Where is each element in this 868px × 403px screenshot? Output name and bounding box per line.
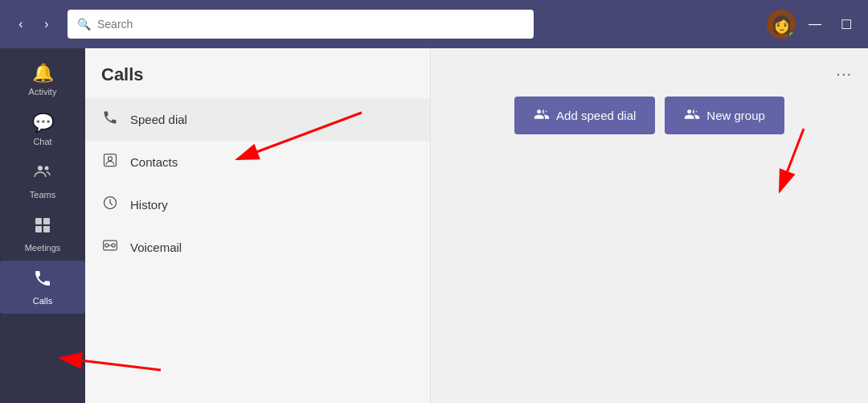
sidebar-item-teams[interactable]: Teams — [0, 154, 85, 208]
voicemail-icon — [101, 237, 119, 257]
svg-point-7 — [108, 157, 113, 161]
menu-item-speed-dial[interactable]: Speed dial — [85, 98, 430, 141]
meetings-icon — [33, 216, 52, 240]
speed-dial-label: Speed dial — [130, 113, 187, 126]
svg-rect-5 — [43, 226, 50, 232]
svg-point-11 — [112, 244, 115, 247]
sidebar-label-meetings: Meetings — [25, 243, 61, 253]
sidebar-item-meetings[interactable]: Meetings — [0, 208, 85, 261]
sidebar-item-chat[interactable]: 💬 Chat — [0, 105, 85, 154]
nav-buttons: ‹ › — [10, 13, 58, 35]
sidebar-label-calls: Calls — [33, 296, 52, 306]
forward-button[interactable]: › — [35, 13, 58, 35]
search-bar: 🔍 — [68, 10, 534, 39]
svg-rect-3 — [43, 218, 50, 224]
title-bar-right: 👩 — ☐ — [767, 10, 858, 39]
svg-rect-2 — [35, 218, 42, 224]
calls-panel-title: Calls — [85, 64, 430, 98]
menu-item-history[interactable]: History — [85, 183, 430, 226]
activity-icon: 🔔 — [32, 63, 54, 84]
back-button[interactable]: ‹ — [10, 13, 32, 35]
add-speed-dial-button[interactable]: + Add speed dial — [514, 97, 655, 134]
avatar[interactable]: 👩 — [767, 10, 796, 39]
sidebar-item-activity[interactable]: 🔔 Activity — [0, 55, 85, 105]
add-speed-dial-label: Add speed dial — [556, 109, 636, 122]
teams-icon — [33, 162, 52, 187]
contacts-label: Contacts — [130, 155, 178, 169]
sidebar-label-activity: Activity — [29, 87, 57, 97]
sidebar-label-chat: Chat — [33, 137, 51, 146]
new-group-button[interactable]: + New group — [665, 97, 784, 134]
main-layout: 🔔 Activity 💬 Chat Teams — [0, 48, 868, 403]
more-options-button[interactable]: ... — [836, 61, 852, 80]
speed-dial-icon — [101, 109, 119, 130]
history-icon — [101, 195, 119, 215]
contacts-icon — [101, 152, 119, 172]
minimize-button[interactable]: — — [802, 14, 828, 35]
calls-panel: Calls Speed dial Contacts — [85, 48, 431, 403]
content-buttons: + Add speed dial + New group — [514, 97, 784, 134]
content-area: + Add speed dial + New group ... — [431, 48, 868, 403]
calls-icon — [33, 269, 52, 293]
svg-rect-4 — [35, 226, 42, 232]
search-icon: 🔍 — [77, 18, 91, 31]
chat-icon: 💬 — [32, 113, 54, 134]
sidebar-item-calls[interactable]: Calls — [0, 261, 85, 314]
sidebar-label-teams: Teams — [30, 190, 55, 199]
voicemail-label: Voicemail — [130, 241, 182, 254]
sidebar: 🔔 Activity 💬 Chat Teams — [0, 48, 85, 403]
svg-point-0 — [38, 166, 43, 171]
maximize-button[interactable]: ☐ — [834, 14, 858, 35]
avatar-status-indicator — [788, 31, 796, 39]
search-input[interactable] — [97, 18, 524, 31]
menu-item-voicemail[interactable]: Voicemail — [85, 226, 430, 269]
new-group-label: New group — [706, 109, 765, 122]
svg-text:+: + — [545, 109, 547, 113]
svg-point-1 — [45, 167, 49, 171]
svg-text:+: + — [696, 109, 698, 113]
new-group-icon: + — [684, 106, 700, 125]
add-speed-dial-icon: + — [534, 106, 550, 125]
title-bar: ‹ › 🔍 👩 — ☐ — [0, 0, 868, 48]
history-label: History — [130, 198, 168, 212]
menu-item-contacts[interactable]: Contacts — [85, 141, 430, 183]
svg-point-10 — [105, 244, 108, 247]
